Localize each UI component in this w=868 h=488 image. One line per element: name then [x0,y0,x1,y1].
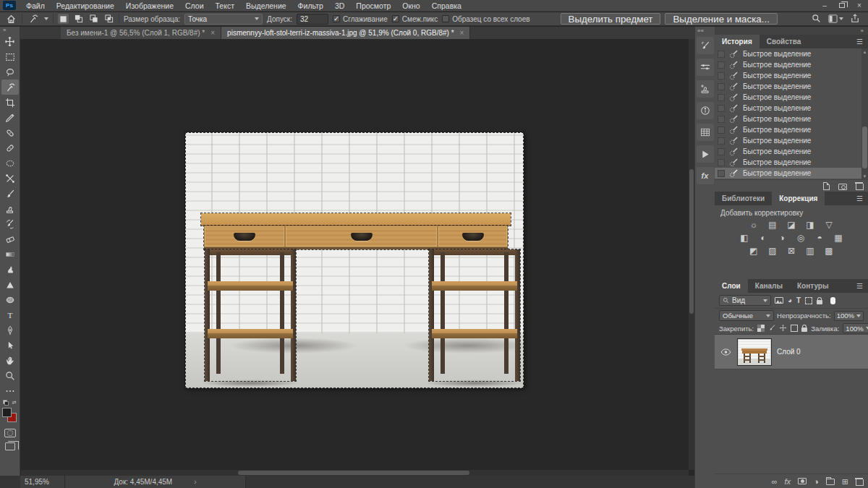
new-document-from-state-icon[interactable] [823,182,830,190]
link-layers-icon[interactable]: ∞ [772,477,778,486]
toolbar-collapse-icon[interactable]: » [0,27,6,34]
filter-pixel-layers-icon[interactable] [775,297,783,304]
smudge-tool[interactable] [1,262,19,277]
new-group-icon[interactable] [826,479,835,485]
antialias-checkbox[interactable]: Сглаживание [333,15,388,23]
scroll-down-icon[interactable]: ▼ [861,173,868,179]
lock-transparency-icon[interactable] [757,325,765,332]
add-layer-mask-icon[interactable] [798,478,807,484]
scrollbar-thumb[interactable] [689,169,694,314]
search-icon[interactable] [812,14,821,25]
threshold-icon[interactable]: ⊠ [786,246,798,257]
menu-edit[interactable]: Редактирование [51,0,120,12]
layer-row-selected[interactable]: Слой 0 [715,335,868,369]
default-colors-icon[interactable] [3,400,8,405]
actions-panel-icon[interactable] [697,145,714,163]
healing-brush-tool[interactable] [1,140,19,155]
brush-settings-panel-icon[interactable] [697,37,714,54]
invert-icon[interactable]: ◩ [748,246,760,257]
sample-all-layers-checkbox[interactable]: Образец со всех слоев [442,15,529,23]
tab-history[interactable]: История [715,35,760,48]
zoom-level[interactable]: 51,95% [20,476,65,488]
clone-source-panel-icon[interactable] [697,80,714,98]
new-adjustment-layer-icon[interactable]: ◑ [814,477,819,486]
lock-position-icon[interactable] [779,324,787,333]
panel-menu-icon[interactable]: ☰ [856,194,864,202]
slice-tool[interactable] [1,171,19,186]
history-entry[interactable]: Быстрое выделение [715,124,868,135]
magic-wand-tool-icon[interactable] [27,13,40,25]
layer-filter-select[interactable]: Вид [719,295,771,306]
history-brush-tool[interactable] [1,216,19,231]
menu-type[interactable]: Текст [210,0,240,12]
menu-window[interactable]: Окно [396,0,425,12]
layer-style-fx-icon[interactable]: fx [785,477,791,486]
history-entry[interactable]: Быстрое выделение [715,146,868,157]
close-button[interactable]: × [851,0,868,12]
channel-mixer-icon[interactable]: ◓ [814,233,826,244]
path-selection-tool[interactable] [1,338,19,353]
posterize-icon[interactable]: ▨ [767,246,779,257]
type-tool[interactable]: T [1,307,19,322]
swap-colors-icon[interactable]: ⇄ [12,400,17,406]
foreground-color-swatch[interactable] [2,408,12,417]
color-lookup-icon[interactable]: ▦ [833,233,845,244]
dock-collapse-icon[interactable]: «« [695,27,704,35]
menu-3d[interactable]: 3D [329,0,350,12]
history-entry[interactable]: Быстрое выделение [715,157,868,168]
hue-saturation-icon[interactable]: ◧ [739,233,751,244]
tab-properties[interactable]: Свойства [760,35,809,48]
history-entry[interactable]: Быстрое выделение [715,103,868,114]
photo-filter-icon[interactable]: ◎ [795,233,807,244]
delete-state-icon[interactable] [856,182,862,189]
quick-mask-icon[interactable] [4,429,16,437]
tool-presets-panel-icon[interactable] [697,59,714,76]
history-entry[interactable]: Быстрое выделение [715,114,868,124]
rectangular-marquee-tool[interactable] [1,49,19,64]
delete-layer-icon[interactable] [856,478,862,485]
restore-button[interactable] [833,0,851,12]
new-layer-icon[interactable]: ⊞ [842,477,848,486]
vibrance-icon[interactable]: ▽ [823,220,835,231]
layer-name[interactable]: Слой 0 [777,348,801,356]
selection-mode-subtract-icon[interactable] [88,14,99,24]
spot-healing-brush-tool[interactable] [1,125,19,140]
fill-value[interactable]: 100% [843,323,868,333]
tab-adjustments[interactable]: Коррекция [772,192,825,205]
magic-wand-tool[interactable] [1,80,19,95]
history-scrollbar[interactable]: ▲ ▼ [861,48,868,179]
menu-layers[interactable]: Слои [179,0,210,12]
history-entry[interactable]: Быстрое выделение [715,59,868,70]
blend-mode-select[interactable]: Обычные [719,310,774,321]
eyedropper-tool[interactable] [1,110,19,125]
document-size-info[interactable]: Док: 4,45M/4,45M › [65,476,246,488]
new-snapshot-icon[interactable] [838,184,847,190]
gradient-map-icon[interactable]: ▥ [804,246,817,257]
info-panel-icon[interactable] [697,102,714,119]
hand-tool[interactable] [1,353,19,368]
layer-visibility-eye-icon[interactable] [719,348,732,356]
move-tool[interactable] [1,34,19,49]
lasso-tool[interactable] [1,64,19,80]
lock-artboard-icon[interactable] [791,325,798,332]
select-and-mask-button[interactable]: Выделение и маска... [665,13,777,25]
menu-file[interactable]: Файл [20,0,51,12]
selection-mode-intersect-icon[interactable] [103,14,114,24]
sponge-tool[interactable] [1,292,19,307]
shape-tool[interactable] [1,277,19,292]
home-icon[interactable] [4,13,17,25]
history-entry-selected[interactable]: Быстрое выделение [715,168,868,179]
red-eye-tool[interactable] [1,155,19,171]
history-entry[interactable]: Быстрое выделение [715,92,868,103]
gradient-tool[interactable] [1,247,19,262]
selection-mode-add-icon[interactable] [73,14,84,24]
document-image[interactable] [185,132,524,388]
status-chevron-icon[interactable]: › [194,478,196,486]
lock-pixels-icon[interactable] [768,324,775,333]
exposure-icon[interactable]: ◨ [804,220,817,231]
tolerance-input[interactable]: 32 [297,14,328,25]
filter-shape-layers-icon[interactable] [805,297,812,304]
clone-stamp-tool[interactable] [1,201,19,216]
more-tools-icon[interactable] [1,383,19,398]
history-source-checkbox[interactable] [718,51,725,58]
